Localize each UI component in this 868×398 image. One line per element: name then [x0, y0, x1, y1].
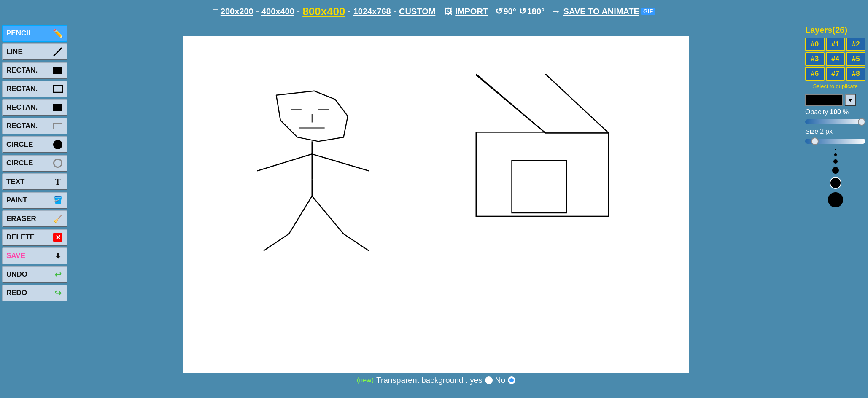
color-swatch[interactable]: [805, 94, 843, 106]
svg-rect-1: [53, 86, 62, 92]
opacity-slider[interactable]: [805, 119, 865, 124]
rectangle-filled-dark-tool[interactable]: RECTAN.: [2, 62, 67, 79]
svg-rect-18: [476, 132, 609, 216]
yes-radio[interactable]: [485, 376, 493, 384]
size-custom[interactable]: CUSTOM: [399, 7, 435, 16]
eraser-label: ERASER: [6, 215, 52, 223]
size-1024[interactable]: 1024x768: [353, 7, 391, 16]
circle-outline-icon: [52, 158, 63, 169]
rectangle-filled-tool[interactable]: RECTAN.: [2, 99, 67, 116]
no-radio[interactable]: [508, 376, 515, 384]
rotate90-icon: ↺: [495, 6, 503, 17]
rectangle-filled-icon: [52, 102, 63, 113]
pencil-label: PENCIL: [6, 29, 52, 38]
select-duplicate-label: Select to duplicate: [805, 83, 865, 91]
size-value: 2: [820, 128, 824, 135]
brush-dot-4[interactable]: [832, 167, 839, 174]
pencil-tool[interactable]: PENCIL ✏️: [2, 25, 67, 42]
undo-icon: ↩: [52, 269, 63, 280]
svg-line-16: [545, 74, 609, 133]
layer-7[interactable]: #7: [826, 67, 845, 81]
line-icon: [52, 46, 63, 57]
rectangle-outline-dark-label: RECTAN.: [6, 85, 52, 93]
paint-label: PAINT: [6, 196, 52, 204]
line-label: LINE: [6, 48, 52, 56]
main-area: PENCIL ✏️ LINE RECTAN. RECTAN. RECTAN.: [0, 23, 868, 398]
size-slider[interactable]: [805, 139, 865, 144]
brush-dot-2[interactable]: [834, 153, 837, 156]
canvas-bottom: (new) Transparent background : yes No: [357, 376, 515, 385]
rectangle-outline-dark-icon: [52, 83, 63, 94]
save-animate-button[interactable]: SAVE TO ANIMATE GIF: [563, 7, 655, 16]
rotate180-button[interactable]: ↺ 180°: [519, 6, 545, 17]
svg-line-7: [257, 154, 312, 171]
import-icon: 🖼: [444, 7, 453, 16]
svg-rect-19: [512, 160, 567, 213]
svg-line-0: [54, 48, 62, 56]
circle-filled-label: CIRCLE: [6, 140, 52, 149]
gif-badge: GIF: [641, 8, 655, 15]
svg-line-13: [344, 234, 369, 251]
no-label: No: [495, 376, 505, 385]
rotate90-button[interactable]: ↺ 90°: [495, 6, 516, 17]
brush-dot-selected[interactable]: [830, 177, 841, 189]
circle-filled-tool[interactable]: CIRCLE: [2, 136, 67, 153]
import-button[interactable]: IMPORT: [455, 7, 488, 16]
size-label: Size: [805, 128, 818, 135]
layer-2[interactable]: #2: [846, 38, 865, 51]
save-icon: ⬇: [52, 250, 63, 261]
right-panel: Layers(26) #0 #1 #2 #3 #4 #5 #6 #7 #8 Se…: [803, 23, 868, 398]
undo-tool[interactable]: UNDO ↩: [2, 266, 67, 283]
layer-4[interactable]: #4: [826, 52, 845, 66]
size-unit: px: [825, 128, 833, 135]
color-row: ▼: [805, 94, 865, 106]
layer-0[interactable]: #0: [805, 38, 825, 51]
delete-tool[interactable]: DELETE ✕: [2, 229, 67, 246]
rectangle-filled-dark-icon: [52, 65, 63, 76]
brush-dot-1[interactable]: [835, 149, 836, 150]
pencil-icon: ✏️: [52, 28, 63, 39]
brush-sizes: [805, 149, 865, 207]
size-slider-thumb: [811, 137, 819, 145]
svg-line-12: [264, 234, 289, 251]
layer-6[interactable]: #6: [805, 67, 825, 81]
brush-dot-6[interactable]: [828, 192, 843, 207]
opacity-unit: %: [843, 108, 849, 116]
drawing-canvas[interactable]: [183, 36, 689, 373]
rectangle-outline-icon: [52, 121, 63, 132]
rectangle-outline-tool[interactable]: RECTAN.: [2, 118, 67, 134]
layer-1[interactable]: #1: [826, 38, 845, 51]
svg-line-15: [476, 75, 546, 133]
undo-label: UNDO: [6, 270, 52, 279]
opacity-label: Opacity: [805, 108, 828, 116]
layers-title: Layers: [805, 25, 833, 35]
layer-8[interactable]: #8: [846, 67, 865, 81]
redo-label: REDO: [6, 289, 52, 297]
layer-3[interactable]: #3: [805, 52, 825, 66]
text-tool[interactable]: TEXT T: [2, 173, 67, 190]
size-200[interactable]: 200x200: [221, 7, 253, 16]
size-400[interactable]: 400x400: [261, 7, 294, 16]
brush-dot-3[interactable]: [833, 159, 838, 164]
delete-label: DELETE: [6, 233, 52, 242]
arrow-right-icon: →: [552, 6, 561, 17]
layer-5[interactable]: #5: [846, 52, 865, 66]
rotate180-icon: ↺: [519, 6, 526, 17]
svg-line-10: [289, 196, 312, 234]
paint-tool[interactable]: PAINT 🪣: [2, 192, 67, 209]
redo-icon: ↪: [52, 288, 63, 298]
delete-icon: ✕: [52, 232, 63, 243]
line-tool[interactable]: LINE: [2, 43, 67, 60]
size-row: Size 2 px: [805, 128, 865, 135]
color-dropdown[interactable]: ▼: [845, 94, 856, 106]
eraser-tool[interactable]: ERASER 🧹: [2, 210, 67, 227]
opacity-value: 100: [830, 108, 841, 116]
layers-count: (26): [833, 25, 848, 35]
circle-outline-tool[interactable]: CIRCLE: [2, 155, 67, 172]
save-tool[interactable]: SAVE ⬇: [2, 247, 67, 264]
opacity-row: Opacity 100 %: [805, 108, 865, 116]
size-800[interactable]: 800x400: [302, 5, 345, 18]
rectangle-outline-dark-tool[interactable]: RECTAN.: [2, 81, 67, 97]
eraser-icon: 🧹: [52, 213, 63, 224]
redo-tool[interactable]: REDO ↪: [2, 285, 67, 301]
